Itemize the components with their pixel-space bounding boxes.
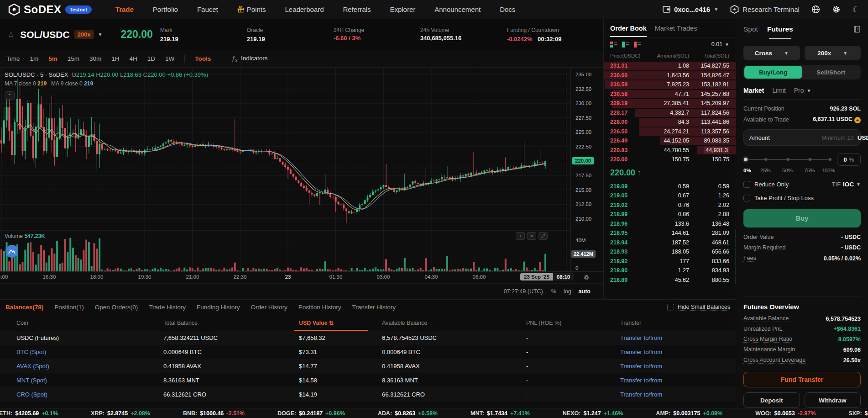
ask-row[interactable]: 220.8344,780.5544,931.3 xyxy=(604,146,736,155)
ask-row[interactable]: 228.0084.3113,441.86 xyxy=(604,117,736,127)
timeframe-15m[interactable]: 15m xyxy=(68,55,79,62)
logo[interactable]: SoDEX Testnet xyxy=(8,3,92,16)
bid-row[interactable]: 218.95144.61281.09 xyxy=(604,228,736,238)
language-globe-icon[interactable] xyxy=(811,5,820,14)
size-slider[interactable] xyxy=(743,156,831,163)
margin-mode-select[interactable]: Cross▼ xyxy=(743,46,800,60)
nav-item-announcement[interactable]: Announcement xyxy=(434,5,481,13)
transfer-link[interactable]: Transfer to/from xyxy=(620,334,736,341)
axis-option-auto[interactable]: auto xyxy=(579,288,591,295)
price-axis[interactable]: 235.00232.50230.00227.50225.00222.50220.… xyxy=(570,68,603,271)
axis-option-log[interactable]: log xyxy=(564,288,571,295)
bid-row[interactable]: 219.090.590.59 xyxy=(604,182,736,191)
timeframe-1H[interactable]: 1H xyxy=(111,55,119,62)
candlestick-chart[interactable]: SOL/USDC · 5 · SoDEX O219.14 H220.00 L21… xyxy=(0,68,603,271)
pane-maximize-button[interactable]: ⤢ xyxy=(539,232,548,240)
ask-row[interactable]: 229.1927,385.41145,209.97 xyxy=(604,99,736,108)
bid-row[interactable]: 218.93188.05656.66 xyxy=(604,247,736,257)
transfer-link[interactable]: Transfer to/from xyxy=(620,363,736,370)
precision-select[interactable]: 0.01▼ xyxy=(711,41,729,48)
timeframe-1W[interactable]: 1W xyxy=(165,55,174,62)
ticker-item[interactable]: ETH:$4205.69+0.1% xyxy=(0,410,58,417)
nav-item-trade[interactable]: Trade xyxy=(115,5,134,13)
guide-book-icon[interactable]: ? xyxy=(853,26,861,33)
ask-row[interactable]: 226.5024,274.21113,357.56 xyxy=(604,127,736,137)
amount-input[interactable] xyxy=(774,134,854,141)
transfer-link[interactable]: Transfer to/from xyxy=(620,377,736,384)
ticker-item[interactable]: WOO:$0.0653-2.97% xyxy=(755,410,816,417)
bid-row[interactable]: 218.92177833.66 xyxy=(604,257,736,266)
tab-open-orders[interactable]: Open Orders(0) xyxy=(95,304,138,311)
nav-item-referrals[interactable]: Referrals xyxy=(343,5,371,13)
order-tab-pro[interactable]: Pro xyxy=(794,87,804,94)
withdraw-button[interactable]: Withdraw xyxy=(805,392,861,408)
ticker-item[interactable]: ADA:$0.8263+0.58% xyxy=(378,410,438,417)
tab-position-history[interactable]: Position History xyxy=(298,304,341,311)
deposit-button[interactable]: Deposit xyxy=(743,392,800,408)
theme-moon-icon[interactable]: ☾ xyxy=(852,5,860,15)
bid-row[interactable]: 218.990.862.88 xyxy=(604,210,736,219)
settings-gear-icon[interactable] xyxy=(832,5,841,14)
timeframe-30m[interactable]: 30m xyxy=(89,55,101,62)
timeframe-5m[interactable]: 5m xyxy=(48,55,58,62)
timeframe-1m[interactable]: 1m xyxy=(30,55,39,62)
ticker-item[interactable]: BNB:$1000.46-2.51% xyxy=(183,410,245,417)
chart-logo-button[interactable] xyxy=(5,245,18,258)
tab-futures[interactable]: Futures xyxy=(767,20,793,39)
pair-name[interactable]: SOL/USDC xyxy=(20,29,70,40)
slider-handle[interactable] xyxy=(743,156,749,163)
bid-row[interactable]: 218.94187.52468.61 xyxy=(604,238,736,248)
amount-unit-select[interactable]: USDC▼ xyxy=(858,134,868,141)
sell-short-button[interactable]: Sell/Short xyxy=(802,66,860,79)
ticker-item[interactable]: DOGE:$0.24187+0.96% xyxy=(277,410,345,417)
hide-small-checkbox[interactable] xyxy=(667,304,674,311)
fund-transfer-button[interactable]: Fund Transfer xyxy=(743,372,861,387)
bid-row[interactable]: 218.96133.6136.48 xyxy=(604,219,736,229)
coin-name[interactable]: MNT (Spot) xyxy=(16,377,163,384)
time-axis[interactable]: 23 Sep '25 08:10 15:0016:3018:0019:3021:… xyxy=(0,271,603,283)
ticker-item[interactable]: NEXO:$1.247+1.46% xyxy=(563,410,623,417)
tab-balances[interactable]: Balances(78) xyxy=(5,304,43,311)
ask-row[interactable]: 226.4944,152.0589,083.35 xyxy=(604,136,736,146)
tab-spot[interactable]: Spot xyxy=(743,20,758,39)
percent-input[interactable]: 0% xyxy=(837,153,861,166)
tab-market-trades[interactable]: Market Trades xyxy=(655,20,697,37)
tab-position[interactable]: Position(1) xyxy=(54,304,84,311)
book-mode-asks-icon[interactable] xyxy=(634,42,641,48)
tpsl-checkbox[interactable] xyxy=(743,195,750,201)
bid-row[interactable]: 218.901.27834.93 xyxy=(604,266,736,275)
transfer-link[interactable]: Transfer to/from xyxy=(620,349,736,355)
order-tab-market[interactable]: Market xyxy=(743,87,764,94)
coin-name[interactable]: BTC (Spot) xyxy=(16,349,163,355)
tif-select[interactable]: TIF IOC▼ xyxy=(832,181,861,188)
ask-row[interactable]: 230.5847.71145,257.68 xyxy=(604,90,736,99)
order-tab-limit[interactable]: Limit xyxy=(772,87,786,94)
coin-name[interactable]: CRO (Spot) xyxy=(16,391,163,398)
ask-row[interactable]: 220.00150.75150.75 xyxy=(604,155,736,164)
ask-row[interactable]: 231.311.08154,827.55 xyxy=(604,61,736,71)
tab-trade-history[interactable]: Trade History xyxy=(149,304,186,311)
nav-item-faucet[interactable]: Faucet xyxy=(197,5,218,13)
legend-collapse-button[interactable]: ⌃ xyxy=(5,91,15,100)
bid-row[interactable]: 218.8945.62880.55 xyxy=(604,275,736,285)
coin-name[interactable]: USDC (Futures) xyxy=(16,334,163,341)
timeframe-1D[interactable]: 1D xyxy=(147,55,155,62)
transfer-coin-icon[interactable]: + xyxy=(854,117,861,123)
tab-transfer-history[interactable]: Transfer History xyxy=(352,304,396,311)
nav-item-explorer[interactable]: Explorer xyxy=(390,5,415,13)
research-terminal-link[interactable]: Research Terminal xyxy=(730,5,800,14)
pane-move-up-button[interactable]: ↑ xyxy=(516,232,525,240)
ticker-item[interactable]: AMP:$0.003175+0.09% xyxy=(656,410,722,417)
column-usd-value[interactable]: USD Value⇅ xyxy=(299,315,382,331)
nav-item-points[interactable]: Points xyxy=(237,5,266,13)
book-mode-bids-icon[interactable] xyxy=(622,42,629,48)
nav-item-docs[interactable]: Docs xyxy=(500,5,515,13)
nav-item-leaderboard[interactable]: Leaderboard xyxy=(285,5,324,13)
reduce-only-checkbox[interactable] xyxy=(743,181,750,188)
book-mode-both-icon[interactable] xyxy=(610,42,617,48)
hide-small-balances[interactable]: Hide Small Balances xyxy=(667,304,730,311)
coin-name[interactable]: AVAX (Spot) xyxy=(16,363,163,370)
ticker-item[interactable]: XRP:$2.8745+2.08% xyxy=(91,410,150,417)
ask-row[interactable]: 230.597,925.23153,182.91 xyxy=(604,80,736,90)
ticker-item[interactable]: MNT:$1.7434+7.41% xyxy=(471,410,530,417)
